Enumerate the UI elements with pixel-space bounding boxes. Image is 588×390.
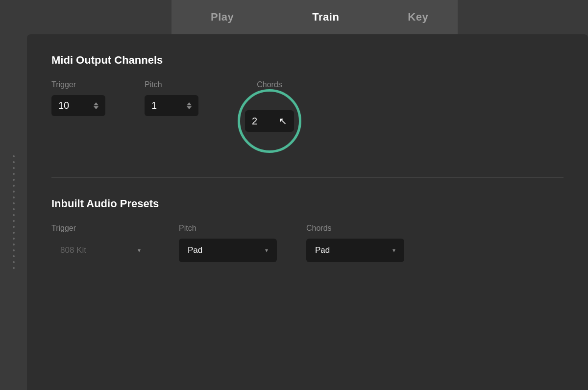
trigger-preset-item: Trigger 808 Kit ▾ <box>51 224 149 262</box>
pitch-value: 1 <box>151 100 157 111</box>
tab-key[interactable]: Key <box>378 0 458 34</box>
dot <box>13 208 15 210</box>
trigger-arrow-up-icon <box>94 102 98 105</box>
pitch-preset-label: Pitch <box>179 224 277 233</box>
trigger-arrow-down-icon <box>94 106 98 109</box>
dot <box>13 161 15 163</box>
chords-channel-item: Chords 2 ↖ <box>238 80 301 153</box>
trigger-preset-select: 808 Kit ▾ <box>51 239 149 262</box>
trigger-preset-value: 808 Kit <box>60 245 86 255</box>
tab-bar: Play Train Key <box>172 0 588 34</box>
pitch-arrow-down-icon <box>187 106 192 109</box>
pitch-arrows <box>187 102 192 109</box>
dot <box>13 226 15 228</box>
trigger-value: 10 <box>58 100 69 111</box>
chords-preset-item: Chords Pad ▾ <box>306 224 404 262</box>
dot <box>13 185 15 187</box>
dot <box>13 244 15 245</box>
trigger-chevron-icon: ▾ <box>138 247 141 254</box>
chords-midi-label: Chords <box>257 80 282 89</box>
dot <box>13 179 15 181</box>
dot <box>13 155 15 157</box>
trigger-preset-label: Trigger <box>51 224 149 233</box>
chords-preset-value: Pad <box>315 245 330 255</box>
dot <box>13 220 15 222</box>
main-wrapper: Midi Output Channels Trigger 10 Pitch 1 <box>0 34 588 390</box>
trigger-label: Trigger <box>51 80 76 89</box>
chords-preset-label: Chords <box>306 224 404 233</box>
dot <box>13 196 15 198</box>
pitch-preset-select[interactable]: Pad ▾ <box>179 239 277 262</box>
pitch-stepper[interactable]: 1 <box>145 95 198 116</box>
dot <box>13 202 15 204</box>
pitch-preset-value: Pad <box>188 245 202 255</box>
dot <box>13 173 15 175</box>
chords-chevron-icon: ▾ <box>392 247 395 254</box>
dot <box>13 255 15 257</box>
tab-play[interactable]: Play <box>172 0 273 34</box>
trigger-stepper[interactable]: 10 <box>51 95 105 116</box>
pitch-channel-item: Pitch 1 <box>145 80 198 116</box>
channel-row: Trigger 10 Pitch 1 <box>51 80 564 153</box>
trigger-channel-item: Trigger 10 <box>51 80 105 116</box>
pitch-chevron-icon: ▾ <box>265 247 268 254</box>
tab-train[interactable]: Train <box>273 0 378 34</box>
dot <box>13 249 15 251</box>
dots-column <box>13 155 15 269</box>
chords-value: 2 <box>252 116 257 127</box>
pitch-arrow-up-icon <box>187 102 192 105</box>
midi-output-title: Midi Output Channels <box>51 54 564 67</box>
inbuilt-audio-title: Inbuilt Audio Presets <box>51 197 564 210</box>
section-divider <box>51 177 564 178</box>
sidebar-dots <box>0 34 27 390</box>
chords-stepper[interactable]: 2 ↖ <box>245 110 294 132</box>
chords-ring: 2 ↖ <box>238 89 301 153</box>
dot <box>13 261 15 263</box>
chords-preset-select[interactable]: Pad ▾ <box>306 239 404 262</box>
cursor-icon: ↖ <box>279 115 287 127</box>
dot <box>13 167 15 169</box>
trigger-arrows <box>94 102 98 109</box>
dot <box>13 238 15 240</box>
dot <box>13 214 15 216</box>
dot <box>13 191 15 193</box>
presets-row: Trigger 808 Kit ▾ Pitch Pad ▾ Chords Pad <box>51 224 564 262</box>
main-panel: Midi Output Channels Trigger 10 Pitch 1 <box>27 34 588 390</box>
pitch-label: Pitch <box>145 80 162 89</box>
dot <box>13 267 15 269</box>
dot <box>13 232 15 234</box>
pitch-preset-item: Pitch Pad ▾ <box>179 224 277 262</box>
